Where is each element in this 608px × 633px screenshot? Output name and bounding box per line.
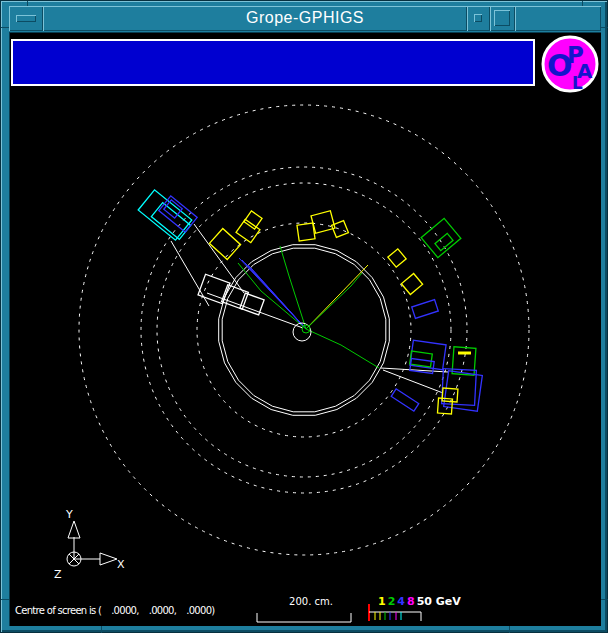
centre-of-screen-status: Centre of screen is ( .0000, .0000, .000… <box>15 605 215 616</box>
energy-legend-labels: 124850 GeV <box>378 595 463 608</box>
title-bar-filler <box>515 6 601 31</box>
legend-entry: 1 <box>378 595 386 608</box>
legend-entry: 4 <box>397 595 405 608</box>
legend-entry: 2 <box>388 595 396 608</box>
detector-rings <box>79 105 529 555</box>
event-display-canvas[interactable]: YXZ <box>9 32 601 626</box>
title-area[interactable] <box>43 6 467 31</box>
legend-entry: 50 GeV <box>417 595 461 608</box>
frame-corner-divider <box>601 27 608 28</box>
minimize-button[interactable] <box>467 6 490 31</box>
minimize-icon <box>474 14 482 22</box>
coordinate-axes: YXZ <box>54 508 125 581</box>
frame-corner-divider <box>1 599 9 600</box>
maximize-icon <box>494 10 510 26</box>
frame-corner-divider <box>1 27 9 28</box>
svg-text:Z: Z <box>54 568 62 581</box>
calorimeter-hit-boxes <box>138 190 482 414</box>
particle-tracks <box>238 246 379 368</box>
frame-corner-divider <box>509 626 510 633</box>
svg-text:X: X <box>117 558 125 571</box>
window-menu-button[interactable] <box>9 6 43 31</box>
scale-bar <box>257 613 351 622</box>
maximize-button[interactable] <box>490 6 515 31</box>
scale-bar-label: 200. cm. <box>271 596 351 607</box>
frame-corner-divider <box>101 626 102 633</box>
frame-corner-divider <box>601 599 608 600</box>
window-frame: Grope-GPHIGS Run:event 8549: 21933 Ctrk(… <box>0 0 608 633</box>
title-bar[interactable]: Grope-GPHIGS <box>9 6 601 31</box>
legend-entry: 8 <box>407 595 415 608</box>
event-display-area: Run:event 8549: 21933 Ctrk(N= 16 Sump= 4… <box>9 32 601 626</box>
window-menu-dash-icon <box>16 15 36 22</box>
svg-text:Y: Y <box>65 508 73 521</box>
